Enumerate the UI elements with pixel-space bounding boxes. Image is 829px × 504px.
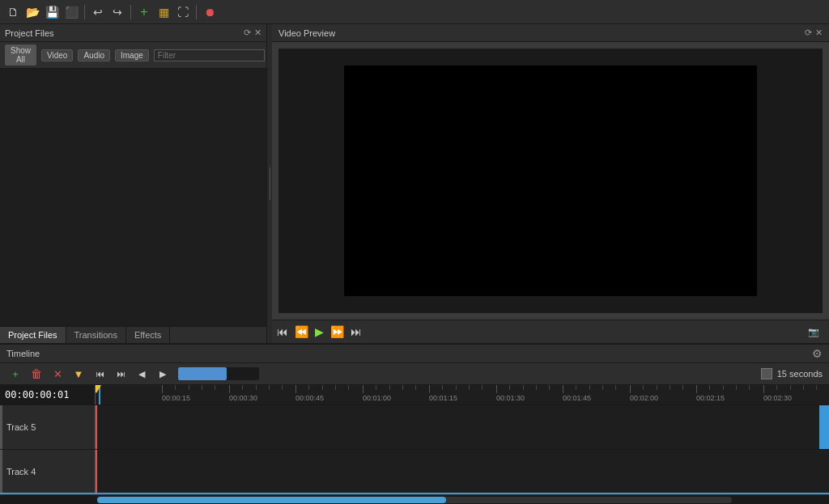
ruler-sub-tick xyxy=(790,385,791,390)
zoom-slider[interactable] xyxy=(178,367,259,380)
track-5-left-border xyxy=(96,405,97,449)
panel-close-icon[interactable]: ✕ xyxy=(254,28,261,38)
fast-forward-button[interactable]: ⏩ xyxy=(330,325,344,338)
ruler-sub-tick xyxy=(709,385,710,390)
zoom-checkbox[interactable] xyxy=(761,368,772,379)
file-list-area xyxy=(0,69,266,326)
tab-transitions[interactable]: Transitions xyxy=(66,327,126,343)
divider-line xyxy=(270,167,270,200)
ruler-label: 00:02:00 xyxy=(630,394,658,402)
save-icon[interactable]: 💾 xyxy=(44,4,60,20)
ruler-sub-tick xyxy=(536,385,537,390)
timeline-menu-icon[interactable]: ⚙ xyxy=(812,347,823,360)
track-5-content[interactable] xyxy=(96,405,829,449)
panel-header: Project Files ⟳ ✕ xyxy=(0,24,266,42)
filter-input[interactable] xyxy=(154,49,265,61)
panel-header-icons: ⟳ ✕ xyxy=(244,28,261,38)
prev-marker-button[interactable]: ⏮ xyxy=(91,366,108,382)
ruler-sub-tick xyxy=(589,385,590,390)
panel-restore-icon[interactable]: ⟳ xyxy=(244,28,251,38)
ruler-tick xyxy=(630,385,631,393)
play-button[interactable]: ▶ xyxy=(315,325,324,338)
horizontal-scrollbar[interactable] xyxy=(0,494,829,504)
skip-forward-button[interactable]: ⏭ xyxy=(351,325,362,338)
fullscreen-icon[interactable]: ⛶ xyxy=(175,4,191,20)
bottom-tabs: Project Files Transitions Effects xyxy=(0,326,266,343)
timeline-toolbar: + 🗑 ✕ ▼ ⏮ ⏭ ◀ ▶ 15 seconds xyxy=(0,363,829,385)
delete-track-button[interactable]: 🗑 xyxy=(28,366,45,382)
preview-header-icons: ⟳ ✕ xyxy=(805,28,823,38)
ruler-label: 00:01:00 xyxy=(363,394,391,402)
record-icon[interactable]: ⏺ xyxy=(202,4,218,20)
ruler-sub-tick xyxy=(415,385,416,390)
ruler-tick xyxy=(429,385,430,393)
track-row-5: Track 5 xyxy=(0,405,829,450)
new-icon[interactable]: 🗋 xyxy=(5,4,21,20)
tab-effects[interactable]: Effects xyxy=(126,327,170,343)
zoom-label: 15 seconds xyxy=(777,369,823,379)
track-4-label: Track 4 xyxy=(0,450,96,493)
ruler-mark: 00:01:00 xyxy=(363,385,391,404)
video-screen xyxy=(344,66,757,296)
ruler-sub-tick xyxy=(348,385,349,390)
top-panels: Project Files ⟳ ✕ Show All Video Audio I… xyxy=(0,24,829,344)
prev-frame-button[interactable]: ◀ xyxy=(133,366,151,382)
next-frame-button[interactable]: ▶ xyxy=(154,366,172,382)
package-icon[interactable]: ⬛ xyxy=(63,4,79,20)
ruler-sub-tick xyxy=(215,385,215,390)
close-track-button[interactable]: ✕ xyxy=(49,366,66,382)
ruler-sub-tick xyxy=(670,385,670,390)
ruler-area[interactable]: 00:00:1500:00:3000:00:4500:01:0000:01:15… xyxy=(96,385,829,404)
track-4-name: Track 4 xyxy=(6,467,36,476)
filter-bar: Show All Video Audio Image xyxy=(0,42,266,69)
next-marker-button[interactable]: ⏭ xyxy=(112,366,130,382)
track-4-content[interactable] xyxy=(96,450,829,493)
ruler-label: 00:00:15 xyxy=(162,394,190,402)
add-icon[interactable]: + xyxy=(136,4,152,20)
ruler-sub-tick xyxy=(736,385,737,390)
track-5-name: Track 5 xyxy=(6,422,36,432)
undo-icon[interactable]: ↩ xyxy=(90,4,106,20)
toolbar-separator-2 xyxy=(130,5,131,19)
ruler-label: 00:00:45 xyxy=(295,394,324,402)
timecode-row: 00:00:00:01 00:00:1500:00:3000:00:4500:0… xyxy=(0,385,829,405)
ruler-label: 00:01:45 xyxy=(563,394,591,402)
add-track-button[interactable]: + xyxy=(6,366,24,382)
preview-close-icon[interactable]: ✕ xyxy=(815,28,823,38)
open-icon[interactable]: 📂 xyxy=(24,4,40,20)
ruler-label: 00:01:30 xyxy=(496,394,525,402)
filter-down-button[interactable]: ▼ xyxy=(70,366,87,382)
ruler-mark: 00:00:45 xyxy=(295,385,324,404)
redo-icon[interactable]: ↪ xyxy=(109,4,125,20)
filter-image[interactable]: Image xyxy=(115,49,149,61)
ruler-mark: 00:01:45 xyxy=(563,385,591,404)
scroll-track[interactable] xyxy=(97,497,732,503)
ruler-tick xyxy=(229,385,230,393)
ruler-sub-tick xyxy=(723,385,724,390)
ruler-tick xyxy=(295,385,296,393)
ruler-sub-tick xyxy=(389,385,390,390)
video-area xyxy=(278,49,823,313)
preview-restore-icon[interactable]: ⟳ xyxy=(805,28,812,38)
ruler-sub-tick xyxy=(657,385,657,390)
timecode-display: 00:00:00:01 xyxy=(0,385,96,404)
zoom-slider-fill xyxy=(178,367,227,380)
filter-audio[interactable]: Audio xyxy=(78,49,110,61)
track-5-label: Track 5 xyxy=(0,405,96,449)
ruler-sub-tick xyxy=(776,385,777,390)
scroll-thumb[interactable] xyxy=(97,497,446,503)
ruler-sub-tick xyxy=(643,385,644,390)
ruler-sub-tick xyxy=(322,385,323,390)
ruler-sub-tick xyxy=(576,385,576,390)
ruler-mark: 00:00:15 xyxy=(162,385,190,404)
timeline-header: Timeline ⚙ xyxy=(0,344,829,363)
ruler-sub-tick xyxy=(803,385,804,390)
rewind-button[interactable]: ⏪ xyxy=(295,325,308,338)
filter-show-all[interactable]: Show All xyxy=(5,44,36,66)
camera-icon[interactable]: 📷 xyxy=(808,327,819,337)
ruler-mark: 00:02:30 xyxy=(763,385,792,404)
filter-video[interactable]: Video xyxy=(41,49,73,61)
grid-icon[interactable]: ▦ xyxy=(155,4,172,20)
tab-project-files[interactable]: Project Files xyxy=(0,327,66,343)
skip-back-button[interactable]: ⏮ xyxy=(277,325,288,338)
